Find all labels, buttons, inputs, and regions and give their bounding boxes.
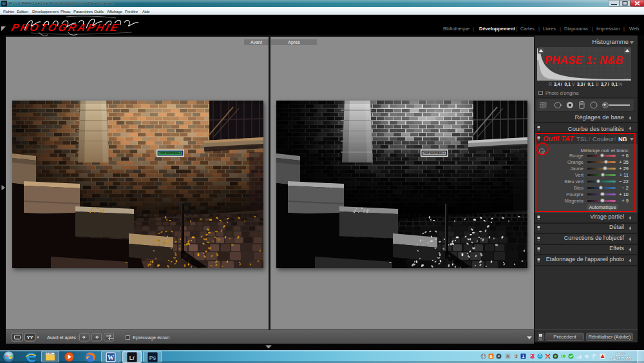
svg-text:W: W — [108, 354, 114, 361]
svg-text:A: A — [506, 354, 509, 358]
svg-text:YY: YY — [26, 335, 33, 340]
svg-text:Lr: Lr — [129, 354, 135, 360]
svg-text:P0RT M0NTEBELL0: P0RT M0NTEBELL0 — [424, 152, 446, 155]
svg-text:P0RT M0NTEBELL0: P0RT M0NTEBELL0 — [160, 152, 182, 155]
svg-text:1: 1 — [522, 354, 525, 358]
svg-text:PHOTOGRAPHIE: PHOTOGRAPHIE — [10, 22, 122, 34]
svg-text:a: a — [490, 354, 493, 358]
svg-text:Ps: Ps — [149, 354, 156, 360]
